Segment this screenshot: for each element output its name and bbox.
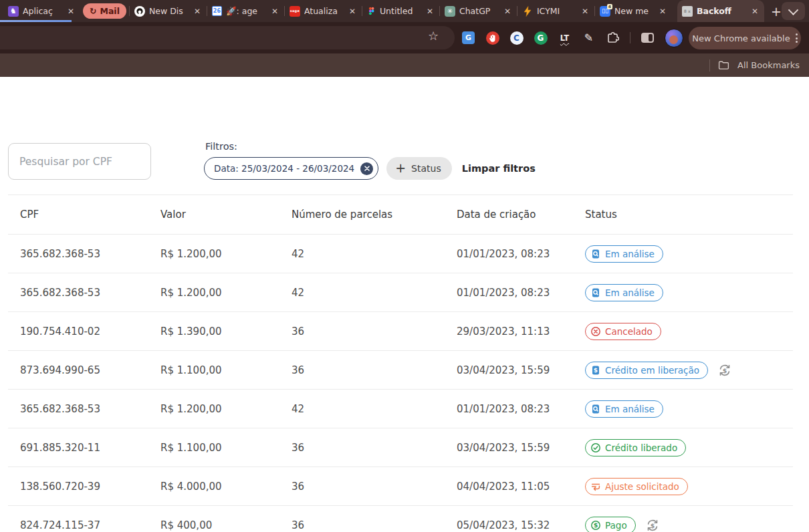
tab-title: Backoff	[697, 6, 746, 16]
tab-search-button[interactable]	[782, 2, 805, 20]
circle-check-icon	[590, 442, 601, 453]
table-row[interactable]: 365.682.368-53 R$ 1.200,00 42 01/01/2023…	[8, 273, 793, 312]
tab-new-message[interactable]: ▯▯ 4 New me ✕	[595, 0, 672, 22]
tab-icymi[interactable]: ICYMI ✕	[517, 0, 594, 22]
date-filter-chip[interactable]: Data: 25/03/2024 - 26/03/2024	[204, 157, 378, 180]
cell-parcelas: 36	[279, 519, 445, 531]
pen-extension-icon[interactable]: ✎	[582, 31, 596, 45]
tab-close-icon[interactable]: ✕	[348, 7, 357, 16]
cell-parcelas: 36	[279, 364, 445, 376]
cell-cpf: 190.754.410-02	[8, 325, 148, 338]
browser-menu-icon[interactable]	[796, 33, 798, 43]
chevron-down-icon	[788, 5, 799, 15]
mail-group-icon: ↻	[90, 6, 96, 16]
cell-parcelas: 42	[279, 248, 445, 260]
cell-data: 01/01/2023, 08:23	[445, 287, 585, 299]
table-row[interactable]: 873.694.990-65 R$ 1.100,00 36 03/04/2023…	[8, 351, 793, 390]
table-row[interactable]: 365.682.368-53 R$ 1.200,00 42 01/01/2023…	[8, 235, 793, 273]
tab-sage[interactable]: sage Atualiza ✕	[285, 0, 362, 22]
tab-chatgpt[interactable]: ✳ ChatGP ✕	[440, 0, 517, 22]
tab-close-icon[interactable]: ✕	[503, 7, 512, 16]
address-bar[interactable]	[0, 26, 455, 49]
clockify-extension-icon[interactable]: C	[509, 31, 524, 45]
cell-cpf: 691.885.320-11	[8, 442, 148, 454]
clear-filters-button[interactable]: Limpar filtros	[462, 163, 536, 174]
plus-icon: +	[395, 162, 406, 174]
bookmarks-bar: All Bookmarks	[0, 53, 809, 77]
cell-data: 04/04/2023, 11:05	[445, 481, 585, 493]
table-row[interactable]: 824.724.115-37 R$ 400,00 36 05/04/2023, …	[8, 506, 793, 532]
all-bookmarks-button[interactable]: All Bookmarks	[737, 60, 800, 70]
tab-title: New Dis	[149, 6, 189, 16]
tab-aplicacoes[interactable]: ♞ Aplicaç ✕	[3, 0, 80, 22]
cell-valor: R$ 1.100,00	[148, 442, 279, 454]
cell-cpf: 138.560.720-39	[8, 481, 148, 493]
tab-title: 🚀: age	[226, 6, 266, 16]
tab-close-icon[interactable]: ✕	[193, 7, 202, 16]
cell-data: 01/01/2023, 08:23	[445, 248, 585, 260]
tab-title: Untitled	[380, 6, 421, 16]
table-row[interactable]: 691.885.320-11 R$ 1.100,00 36 03/04/2023…	[8, 428, 793, 467]
sync-money-icon[interactable]	[645, 518, 660, 532]
sync-money-icon[interactable]	[717, 363, 732, 378]
cell-parcelas: 36	[279, 442, 445, 454]
languagetool-extension-icon[interactable]: LT	[558, 31, 572, 45]
column-header-parcelas: Número de parcelas	[279, 209, 445, 221]
new-chrome-label: New Chrome available	[692, 33, 790, 43]
adblock-extension-icon[interactable]	[485, 31, 499, 45]
google-calendar-favicon: 26	[212, 6, 222, 16]
side-panel-icon[interactable]	[641, 31, 655, 45]
new-chrome-available-button[interactable]: New Chrome available	[689, 27, 801, 49]
profile-avatar[interactable]	[665, 29, 683, 47]
extensions-puzzle-icon[interactable]	[606, 31, 620, 45]
cell-valor: R$ 1.390,00	[148, 325, 279, 338]
cell-data: 01/01/2023, 08:23	[445, 403, 585, 415]
column-header-cpf: CPF	[8, 209, 148, 221]
table-header-row: CPF Valor Número de parcelas Data de cri…	[8, 195, 793, 235]
status-badge: Em análise	[585, 245, 663, 263]
backoffice-page: Filtros: Data: 25/03/2024 - 26/03/2024 +…	[0, 77, 809, 532]
cell-parcelas: 36	[279, 325, 445, 338]
tab-figma[interactable]: Untitled ✕	[362, 0, 439, 22]
tab-close-icon[interactable]: ✕	[750, 7, 760, 16]
table-row[interactable]: 190.754.410-02 R$ 1.390,00 36 29/03/2023…	[8, 312, 793, 351]
tab-close-icon[interactable]: ✕	[66, 7, 76, 16]
cell-data: 29/03/2023, 11:13	[445, 325, 585, 338]
browser-toolbar: ☆ G C G LT ✎ New Chrome available	[0, 22, 809, 53]
tab-close-icon[interactable]: ✕	[658, 7, 667, 16]
cell-cpf: 365.682.368-53	[8, 403, 148, 415]
circle-dollar-icon	[590, 520, 601, 531]
cell-parcelas: 42	[279, 403, 445, 415]
table-row[interactable]: 138.560.720-39 R$ 4.000,00 36 04/04/2023…	[8, 467, 793, 506]
tab-close-icon[interactable]: ✕	[270, 7, 279, 16]
status-badge: Em análise	[585, 400, 663, 418]
remove-date-filter-button[interactable]	[360, 162, 373, 175]
tab-github[interactable]: New Dis ✕	[130, 0, 207, 22]
tab-backoffice-active[interactable]: 8 x Backoff ✕	[677, 0, 764, 22]
translate-extension-icon[interactable]: G	[461, 31, 475, 45]
add-status-filter-button[interactable]: + Status	[386, 157, 452, 180]
tab-group-mail[interactable]: ↻ Mail	[83, 3, 126, 19]
browser-tab-strip: ♞ Aplicaç ✕ ↻ Mail New Dis ✕ 26 🚀: age ✕…	[0, 0, 809, 22]
messages-favicon: ▯▯ 4	[600, 6, 610, 17]
tab-close-icon[interactable]: ✕	[425, 7, 435, 16]
cell-parcelas: 42	[279, 287, 445, 299]
cell-valor: R$ 1.200,00	[148, 287, 279, 299]
adjust-request-icon	[590, 481, 601, 492]
chatgpt-favicon: ✳	[445, 6, 455, 17]
tab-close-icon[interactable]: ✕	[580, 7, 590, 16]
table-row[interactable]: 365.682.368-53 R$ 1.200,00 42 01/01/2023…	[8, 390, 793, 428]
column-header-status: Status	[585, 209, 793, 221]
tab-title: Atualiza	[304, 6, 344, 16]
new-tab-button[interactable]: +	[771, 4, 782, 19]
grammarly-extension-icon[interactable]: G	[534, 31, 548, 45]
tab-title: New me	[614, 6, 654, 16]
tab-title: Aplicaç	[23, 6, 62, 16]
filters-section: Filtros: Data: 25/03/2024 - 26/03/2024 +…	[204, 141, 536, 180]
cell-data: 05/04/2023, 15:32	[445, 519, 585, 531]
toolbar-separator	[630, 32, 630, 43]
broken-image-favicon: 8 x	[682, 6, 693, 17]
tab-calendar-agenda[interactable]: 26 🚀: age ✕	[207, 0, 284, 22]
search-input[interactable]	[8, 143, 151, 180]
bookmark-star-icon[interactable]: ☆	[428, 30, 439, 42]
